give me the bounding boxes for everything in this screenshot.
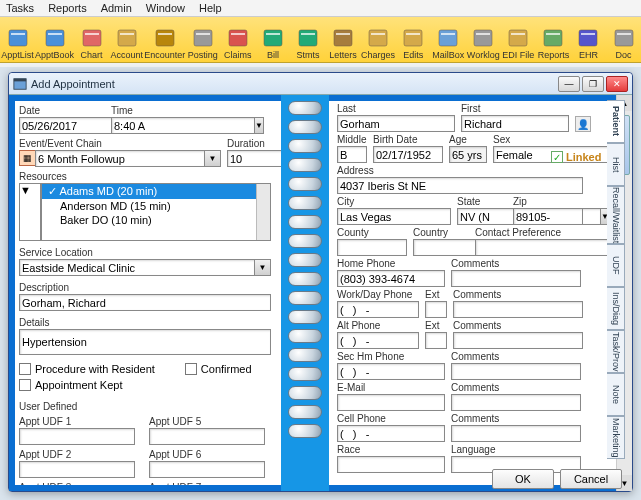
resources-listbox[interactable]: ✓ Adams MD (20 min) Anderson MD (15 min)… [41,183,271,241]
work-phone-input[interactable] [337,301,419,318]
toolbar-ehr[interactable]: EHR [571,19,606,60]
email-input[interactable] [337,394,445,411]
tab-marketing[interactable]: Marketing [607,416,625,459]
toolbar-charges[interactable]: Charges [361,19,396,60]
alt-comments-input[interactable] [453,332,583,349]
cell-comments-input[interactable] [451,425,581,442]
toolbar-letters[interactable]: Letters [326,19,361,60]
sec-phone-label: Sec Hm Phone [337,351,445,362]
svg-rect-28 [509,30,527,46]
event-input[interactable] [35,150,205,167]
side-tabs: PatientHistRecall/WaitlistUDFIns/DiagTas… [607,100,625,459]
linked-checkbox[interactable]: ✓Linked [551,151,601,163]
email-comments-input[interactable] [451,394,581,411]
duration-input[interactable] [227,150,281,167]
toolbar-chart[interactable]: Chart [74,19,109,60]
toolbar-mailbox[interactable]: MailBox [431,19,466,60]
doc-icon [612,26,636,50]
toolbar-edits[interactable]: Edits [396,19,431,60]
udf6-input[interactable] [149,461,265,478]
toolbar-reports[interactable]: Reports [536,19,571,60]
menu-window[interactable]: Window [146,2,185,14]
svg-rect-37 [14,78,26,81]
middle-input[interactable] [337,146,367,163]
race-input[interactable] [337,456,445,473]
sec-phone-input[interactable] [337,363,445,380]
menu-reports[interactable]: Reports [48,2,87,14]
tab-taskprov[interactable]: Task/Prov [607,330,625,373]
toolbar-encounter[interactable]: Encounter [144,19,185,60]
event-picker-icon[interactable]: ▦ [19,150,35,166]
alt-phone-input[interactable] [337,332,419,349]
procedure-resident-checkbox[interactable]: Procedure with Resident [19,363,155,375]
minimize-button[interactable]: — [558,76,580,92]
mailbox-icon [436,26,460,50]
udf2-input[interactable] [19,461,135,478]
home-comments-input[interactable] [451,270,581,287]
menu-help[interactable]: Help [199,2,222,14]
maximize-button[interactable]: ❐ [582,76,604,92]
cancel-button[interactable]: Cancel [560,469,622,489]
toolbar-apptbook[interactable]: ApptBook [35,19,74,60]
toolbar-worklog[interactable]: Worklog [466,19,501,60]
last-input[interactable] [337,115,455,132]
details-input[interactable] [19,329,271,355]
tab-note[interactable]: Note [607,373,625,416]
svg-rect-10 [194,30,212,46]
confirmed-checkbox[interactable]: Confirmed [185,363,252,375]
tab-insdiag[interactable]: Ins/Diag [607,287,625,330]
home-comments-label: Comments [451,258,581,269]
toolbar-stmts[interactable]: Stmts [290,19,325,60]
sec-comments-input[interactable] [451,363,581,380]
alt-ext-input[interactable] [425,332,447,349]
tab-patient[interactable]: Patient [607,100,625,143]
home-phone-input[interactable] [337,270,445,287]
alt-comments-label: Comments [453,320,583,331]
toolbar-bill[interactable]: Bill [255,19,290,60]
udf5-input[interactable] [149,428,265,445]
zip-input[interactable] [513,208,583,225]
toolbar-claims[interactable]: Claims [220,19,255,60]
svcloc-dropdown-icon[interactable]: ▼ [255,259,271,276]
resources-expand-icon[interactable]: ▼ [19,183,41,241]
toolbar-edi file[interactable]: EDI File [501,19,536,60]
udf1-input[interactable] [19,428,135,445]
address-input[interactable] [337,177,583,194]
listbox-scrollbar[interactable] [256,184,270,240]
list-item[interactable]: Anderson MD (15 min) [42,199,270,213]
close-button[interactable]: ✕ [606,76,628,92]
menu-admin[interactable]: Admin [101,2,132,14]
cell-comments-label: Comments [451,413,581,424]
toolbar-doc[interactable]: Doc [606,19,641,60]
time-dropdown-icon[interactable]: ▼ [255,117,264,134]
time-input[interactable] [111,117,255,134]
ok-button[interactable]: OK [492,469,554,489]
menu-tasks[interactable]: Tasks [6,2,34,14]
svcloc-input[interactable] [19,259,255,276]
appointment-kept-checkbox[interactable]: Appointment Kept [19,379,271,391]
person-icon[interactable]: 👤 [575,116,591,132]
tab-udf[interactable]: UDF [607,244,625,287]
tab-recallwaitlist[interactable]: Recall/Waitlist [607,186,625,244]
toolbar-posting[interactable]: Posting [185,19,220,60]
cell-phone-input[interactable] [337,425,445,442]
middle-label: Middle [337,134,367,145]
birthdate-input[interactable] [373,146,443,163]
work-ext-input[interactable] [425,301,447,318]
race-label: Race [337,444,445,455]
svg-rect-19 [336,33,350,35]
city-input[interactable] [337,208,451,225]
work-comments-input[interactable] [453,301,583,318]
list-item[interactable]: Baker DO (10 min) [42,213,270,227]
first-input[interactable] [461,115,569,132]
list-item[interactable]: ✓ Adams MD (20 min) [42,184,270,199]
toolbar-apptlist[interactable]: ApptList [0,19,35,60]
window-icon [13,77,27,91]
contact-pref-select[interactable] [475,239,619,256]
county-input[interactable] [337,239,407,256]
event-dropdown-icon[interactable]: ▼ [205,150,221,167]
description-input[interactable] [19,294,271,311]
toolbar-account[interactable]: Account [109,19,144,60]
menu-bar: Tasks Reports Admin Window Help [0,0,641,17]
tab-hist[interactable]: Hist [607,143,625,186]
